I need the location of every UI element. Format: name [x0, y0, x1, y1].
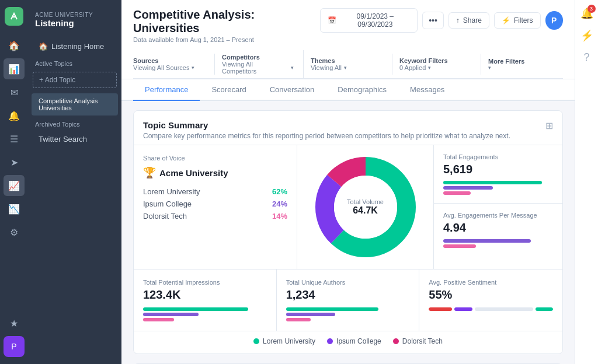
icon-rail: 🏠 📊 ✉ 🔔 ☰ ➤ 📈 📉 ⚙ ★ P — [0, 0, 28, 364]
stats-row: Total Potential Impressions 123.4K Total… — [134, 269, 562, 331]
sidebar-item-competitive-analysis[interactable]: Competitive Analysis Universities — [32, 93, 118, 116]
bell-icon[interactable]: 🔔 — [4, 105, 25, 126]
app-logo[interactable] — [5, 7, 23, 26]
sov-row-1: Ipsum College 24% — [143, 200, 287, 208]
competitors-filter[interactable]: Competitors Viewing All Competitors ▾ — [222, 50, 304, 78]
donut-chart: Total Volume 64.7K — [313, 155, 418, 260]
add-topic-button[interactable]: + Add Topic — [33, 72, 117, 88]
authors-cell: Total Unique Authors 1,234 — [277, 270, 420, 331]
legend-item-0: Lorem University — [253, 337, 315, 345]
more-filters[interactable]: More Filters ▾ — [488, 54, 570, 74]
page-header-info: Competitive Analysis: Universities Data … — [133, 8, 320, 43]
sentiment-cell: Avg. Positive Sentiment 55% — [419, 270, 562, 331]
bar-green — [443, 181, 542, 184]
bar-green — [286, 307, 379, 311]
sidebar: Acme University Listening 🏠 Listening Ho… — [28, 0, 121, 364]
metrics-col: Total Engagements 5,619 Avg. Engagements… — [434, 145, 562, 269]
list-icon[interactable]: ☰ — [4, 128, 25, 149]
home-icon[interactable]: 🏠 — [4, 35, 25, 56]
sidebar-header: Acme University Listening — [28, 7, 121, 37]
sov-row-2: Dolorsit Tech 14% — [143, 212, 287, 220]
donut-chart-col: Total Volume 64.7K — [297, 145, 434, 269]
chart-bar-icon[interactable]: 📉 — [4, 198, 25, 219]
page-subtitle: Data available from Aug 1, 2021 – Presen… — [133, 36, 320, 43]
share-icon: ↑ — [456, 16, 460, 24]
star-icon[interactable]: ★ — [4, 313, 25, 334]
bar-purple — [454, 307, 472, 311]
filter-row: Sources Viewing All Sources ▾ Competitor… — [133, 50, 563, 79]
graph-icon[interactable]: 📊 — [4, 58, 25, 79]
user-avatar[interactable]: P — [545, 11, 563, 30]
engagements-bars — [443, 181, 553, 195]
card-title: Topic Summary — [143, 120, 510, 130]
tab-demographics[interactable]: Demographics — [326, 79, 398, 101]
sentiment-bars — [429, 307, 553, 311]
sidebar-item-listening-home[interactable]: 🏠 Listening Home — [32, 38, 118, 55]
share-of-voice-col: Share of Voice 🏆 Acme University Lorem U… — [134, 145, 297, 269]
legend-dot-green — [253, 338, 259, 344]
send-icon[interactable]: ➤ — [4, 152, 25, 173]
sov-label: Share of Voice — [143, 155, 287, 162]
bar-purple — [443, 186, 493, 190]
legend-item-2: Dolorsit Tech — [393, 337, 443, 345]
user-icon[interactable]: P — [4, 336, 25, 357]
content-area: Topic Summary Compare key performance me… — [121, 101, 575, 364]
activity-icon[interactable]: ⚡ — [580, 29, 593, 42]
share-button[interactable]: ↑ Share — [448, 12, 489, 29]
summary-grid: Share of Voice 🏆 Acme University Lorem U… — [134, 145, 562, 269]
donut-center: Total Volume 64.7K — [347, 198, 384, 216]
chevron-down-icon: ▾ — [344, 65, 347, 71]
app-module: Listening — [35, 18, 114, 28]
bar-purple — [286, 313, 336, 316]
filters-button[interactable]: ⚡ Filters — [494, 12, 541, 29]
chart-legend: Lorem University Ipsum College Dolorsit … — [134, 331, 562, 354]
grid-icon[interactable]: ⊞ — [545, 120, 553, 131]
tab-conversation[interactable]: Conversation — [258, 79, 326, 101]
chevron-down-icon: ▾ — [428, 65, 431, 71]
calendar-icon: 📅 — [328, 16, 336, 24]
tab-messages[interactable]: Messages — [398, 79, 456, 101]
header-actions: 📅 09/1/2023 – 09/30/2023 ••• ↑ Share ⚡ F… — [320, 8, 563, 33]
impressions-cell: Total Potential Impressions 123.4K — [134, 270, 277, 331]
help-icon[interactable]: ? — [583, 51, 589, 64]
topic-summary-card: Topic Summary Compare key performance me… — [133, 110, 563, 354]
date-range-button[interactable]: 📅 09/1/2023 – 09/30/2023 — [320, 8, 418, 33]
tab-scorecard[interactable]: Scorecard — [200, 79, 258, 101]
bar-gray — [475, 307, 533, 311]
main-content: Competitive Analysis: Universities Data … — [121, 0, 575, 364]
themes-filter[interactable]: Themes Viewing All ▾ — [311, 54, 392, 75]
total-engagements: Total Engagements 5,619 — [434, 145, 562, 204]
chevron-down-icon: ▾ — [291, 65, 294, 71]
sov-leader: 🏆 Acme University — [143, 166, 287, 179]
more-options-button[interactable]: ••• — [422, 12, 444, 29]
filter-icon: ⚡ — [502, 16, 510, 24]
impressions-bars — [143, 307, 267, 321]
card-subtitle: Compare key performance metrics for this… — [143, 132, 510, 140]
top-header: Competitive Analysis: Universities Data … — [121, 0, 575, 79]
date-range-label: 09/1/2023 – 09/30/2023 — [340, 12, 410, 29]
sidebar-section-active: Active Topics — [28, 55, 121, 69]
right-rail: 🔔 3 ⚡ ? — [575, 0, 598, 364]
notifications-icon[interactable]: 🔔 3 — [580, 7, 593, 20]
card-header: Topic Summary Compare key performance me… — [134, 111, 562, 145]
bar-purple — [443, 239, 531, 243]
bar-pink — [443, 191, 471, 195]
app-company: Acme University — [35, 12, 114, 18]
sov-leader-name: Acme University — [159, 168, 228, 178]
bar-pink — [286, 318, 311, 321]
sources-filter[interactable]: Sources Viewing All Sources ▾ — [133, 54, 215, 75]
sidebar-item-twitter-search[interactable]: Twitter Search — [32, 131, 118, 148]
analytics-icon[interactable]: 📈 — [4, 175, 25, 196]
notification-badge: 3 — [587, 5, 596, 13]
mail-icon[interactable]: ✉ — [4, 82, 25, 103]
bar-purple — [143, 313, 199, 316]
legend-item-1: Ipsum College — [327, 337, 381, 345]
keyword-filter[interactable]: Keyword Filters 0 Applied ▾ — [399, 54, 481, 75]
settings-icon[interactable]: ⚙ — [4, 222, 25, 243]
page-title: Competitive Analysis: Universities — [133, 8, 320, 35]
bar-red — [429, 307, 452, 311]
avg-engagements: Avg. Engagements Per Message 4.94 — [434, 204, 562, 256]
tab-performance[interactable]: Performance — [133, 79, 200, 101]
bar-pink — [443, 244, 476, 248]
trophy-icon: 🏆 — [143, 166, 156, 179]
